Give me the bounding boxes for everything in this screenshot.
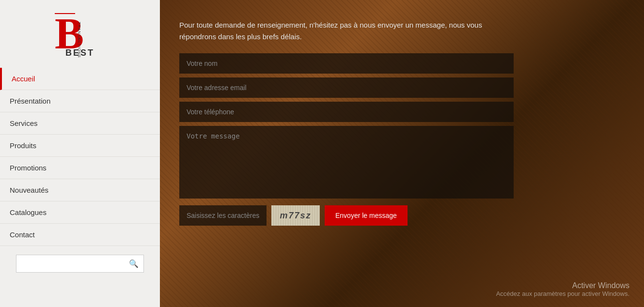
submit-button[interactable]: Envoyer le message bbox=[325, 205, 408, 226]
email-input[interactable] bbox=[179, 77, 514, 98]
contact-form-area: Pour toute demande de renseignement, n'h… bbox=[160, 0, 523, 235]
nav-item-promotions[interactable]: Promotions bbox=[0, 157, 160, 179]
nav-link-services[interactable]: Services bbox=[0, 112, 160, 134]
captcha-image: m77sz bbox=[271, 205, 320, 226]
search-bar: 🔍 bbox=[16, 255, 144, 273]
captcha-text: m77sz bbox=[280, 211, 311, 221]
email-field-group bbox=[179, 77, 504, 98]
name-input[interactable] bbox=[179, 53, 514, 74]
intro-text: Pour toute demande de renseignement, n'h… bbox=[179, 19, 504, 43]
nav-link-promotions[interactable]: Promotions bbox=[0, 157, 160, 179]
activate-windows-subtitle: Accédez aux paramètres pour activer Wind… bbox=[496, 290, 629, 297]
activate-windows-title: Activer Windows bbox=[496, 281, 629, 290]
nav-link-contact[interactable]: Contact bbox=[0, 224, 160, 246]
nav-item-catalogues[interactable]: Catalogues bbox=[0, 201, 160, 224]
nav-item-nouveautes[interactable]: Nouveautés bbox=[0, 179, 160, 201]
phone-field-group bbox=[179, 102, 504, 122]
search-icon: 🔍 bbox=[129, 260, 139, 268]
nav-item-presentation[interactable]: Présentation bbox=[0, 90, 160, 112]
captcha-input[interactable] bbox=[179, 205, 267, 226]
nav-link-accueil[interactable]: Accueil bbox=[2, 68, 160, 90]
activate-windows-notice: Activer Windows Accédez aux paramètres p… bbox=[496, 281, 629, 297]
nav-link-catalogues[interactable]: Catalogues bbox=[0, 201, 160, 223]
nav-item-services[interactable]: Services bbox=[0, 112, 160, 135]
form-bottom-row: m77sz Envoyer le message bbox=[179, 205, 514, 226]
name-field-group bbox=[179, 53, 504, 74]
sidebar: B TRANSACTIONS BEST Accueil Présentation… bbox=[0, 0, 160, 307]
nav-item-accueil[interactable]: Accueil bbox=[0, 68, 160, 90]
nav-link-presentation[interactable]: Présentation bbox=[0, 90, 160, 112]
svg-text:BEST: BEST bbox=[65, 48, 94, 58]
main-content: Pour toute demande de renseignement, n'h… bbox=[160, 0, 644, 307]
nav-item-produits[interactable]: Produits bbox=[0, 135, 160, 157]
message-textarea[interactable] bbox=[179, 126, 514, 199]
search-input[interactable] bbox=[16, 255, 124, 272]
nav-link-produits[interactable]: Produits bbox=[0, 135, 160, 156]
search-button[interactable]: 🔍 bbox=[124, 255, 143, 272]
message-field-group bbox=[179, 126, 504, 200]
logo: B TRANSACTIONS BEST bbox=[51, 10, 109, 58]
phone-input[interactable] bbox=[179, 102, 514, 122]
main-nav: Accueil Présentation Services Produits P… bbox=[0, 68, 160, 246]
nav-item-contact[interactable]: Contact bbox=[0, 224, 160, 246]
logo-area: B TRANSACTIONS BEST bbox=[51, 0, 109, 68]
nav-link-nouveautes[interactable]: Nouveautés bbox=[0, 179, 160, 201]
